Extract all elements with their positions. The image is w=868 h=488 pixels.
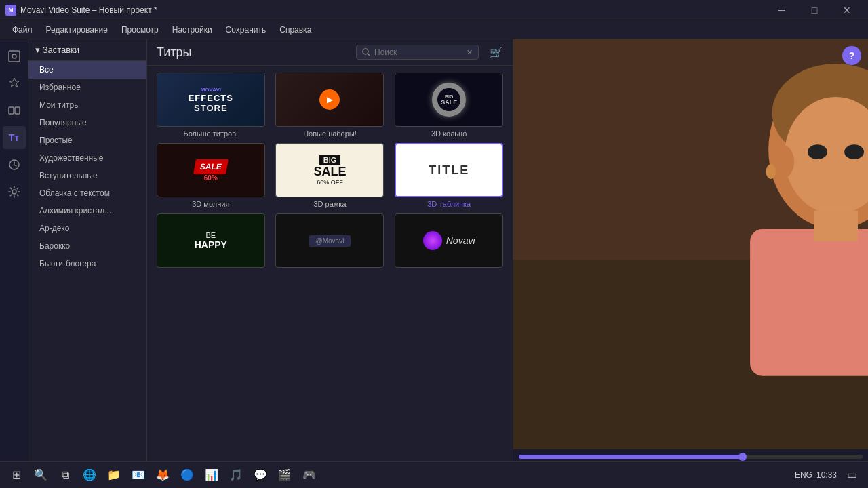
panel-item-beauty[interactable]: Бьюти-блогера [28, 255, 146, 272]
item-effects-store[interactable]: MOVAVI EFFECTS STORE Больше титров! [154, 73, 268, 138]
item-label-new-sets: Новые наборы! [303, 129, 357, 138]
panel-header: Заставки [28, 39, 146, 61]
happy-be-text: BE [205, 231, 216, 239]
progress-handle[interactable] [738, 453, 747, 461]
svg-point-1 [12, 54, 16, 58]
panel-item-all[interactable]: Все [28, 61, 146, 79]
minimize-button[interactable]: ─ [766, 0, 797, 20]
search-taskbar-button[interactable]: 🔍 [30, 464, 52, 486]
svg-rect-2 [9, 107, 14, 114]
edge-button[interactable]: 🌐 [79, 464, 100, 486]
svg-rect-3 [15, 107, 20, 114]
chrome-button[interactable]: 🔵 [176, 464, 198, 486]
icon-sidebar: Тт [0, 39, 28, 488]
svg-point-19 [766, 164, 776, 179]
sidebar-icon-tools[interactable] [3, 180, 26, 203]
sale-pct: 60% [204, 174, 218, 182]
maximize-button[interactable]: □ [799, 0, 830, 20]
panel-item-alchemy[interactable]: Алхимия кристал... [28, 202, 146, 220]
svg-point-18 [844, 144, 864, 159]
cart-icon[interactable]: 🛒 [490, 46, 503, 59]
show-desktop-button[interactable]: ▭ [841, 464, 863, 486]
sale-tag: SALE [193, 159, 229, 174]
svg-rect-14 [814, 211, 858, 241]
taskbar-lang[interactable]: ENG [795, 470, 812, 480]
search-input[interactable] [374, 47, 462, 57]
es-store: STORE [194, 103, 228, 113]
menu-view[interactable]: Просмотр [115, 22, 165, 37]
menu-help[interactable]: Справка [273, 22, 318, 37]
spotify-button[interactable]: 🎵 [225, 464, 247, 486]
mail-button[interactable]: 📧 [127, 464, 149, 486]
item-label-ring-3d: 3D кольцо [431, 129, 467, 138]
sidebar-icon-transitions[interactable] [3, 99, 26, 122]
app1-button[interactable]: 🎬 [274, 464, 296, 486]
panel-item-intro[interactable]: Вступительные [28, 167, 146, 184]
menubar: Файл Редактирование Просмотр Настройки С… [0, 20, 868, 39]
panel-item-favorites[interactable]: Избранное [28, 79, 146, 96]
panel-item-my[interactable]: Мои титры [28, 96, 146, 114]
bs-sale-label: SALE [313, 165, 346, 179]
content-title: Титры [157, 45, 191, 60]
svg-point-5 [12, 190, 16, 194]
taskbar-right: ENG 10:33 ▭ [795, 464, 863, 486]
svg-rect-13 [750, 229, 868, 376]
panel-item-bubbles[interactable]: Облачка с текстом [28, 184, 146, 202]
item-happy[interactable]: BE HAPPY [154, 214, 268, 270]
task-view-button[interactable]: ⧉ [54, 464, 76, 486]
discord-button[interactable]: 💬 [250, 464, 271, 486]
es-logo: MOVAVI [201, 87, 221, 93]
taskbar-time: 10:33 [816, 470, 837, 480]
sidebar-icon-timeline[interactable] [3, 153, 26, 176]
bs-off-label: 60% OFF [317, 179, 343, 186]
novavi-logo-icon [423, 231, 442, 250]
titlebar-controls: ─ □ ✕ [766, 0, 863, 20]
progress-bar[interactable] [519, 455, 863, 459]
novavi-text: Novavi [446, 235, 475, 246]
menu-save[interactable]: Сохранить [219, 22, 273, 37]
start-button[interactable]: ⊞ [5, 464, 27, 486]
app2-button[interactable]: 🎮 [298, 464, 320, 486]
help-badge[interactable]: ? [842, 46, 861, 65]
firefox-button[interactable]: 🦊 [152, 464, 174, 486]
item-frame-3d[interactable]: BIG SALE 60% OFF 3D рамка [273, 143, 387, 208]
item-sale-3d[interactable]: SALE 60% 3D молния [154, 143, 268, 208]
titlebar: M Movavi Video Suite – Новый проект * ─ … [0, 0, 868, 20]
titlebar-title: Movavi Video Suite – Новый проект * [20, 5, 157, 15]
menu-edit[interactable]: Редактирование [39, 22, 115, 37]
explorer-button[interactable]: 📁 [103, 464, 125, 486]
search-clear-button[interactable]: ✕ [467, 48, 473, 57]
panel-item-popular[interactable]: Популярные [28, 114, 146, 131]
content-header: Титры ✕ 🛒 [147, 39, 513, 66]
panel-item-artistic[interactable]: Художественные [28, 149, 146, 167]
app-wrapper: M Movavi Video Suite – Новый проект * ─ … [0, 0, 868, 488]
item-novavi[interactable]: Novavi [392, 214, 506, 270]
menu-settings[interactable]: Настройки [165, 22, 219, 37]
item-label-frame-3d: 3D рамка [313, 200, 346, 208]
main-area: Тт Заставки Все Избранное Мои титры Попу… [0, 39, 868, 488]
panel-item-baroque[interactable]: Барокко [28, 237, 146, 255]
close-button[interactable]: ✕ [831, 0, 863, 20]
sidebar-icon-titles[interactable]: Тт [3, 126, 26, 149]
preview-panel: ? ⏮ ⏪ ⏸ ⏩ ⏭ 00:01:37.942 [513, 39, 868, 488]
item-label-effects-store: Больше титров! [184, 129, 239, 138]
progress-fill [519, 455, 743, 459]
sidebar-icon-effects[interactable] [3, 72, 26, 95]
item-new-sets[interactable]: ▶ Новые наборы! [273, 73, 387, 138]
item-ring-3d[interactable]: BIG SALE 3D кольцо [392, 73, 506, 138]
movavi-bar-text: @Movavi [309, 235, 351, 247]
sidebar-icon-media[interactable] [3, 45, 26, 68]
menu-file[interactable]: Файл [5, 22, 39, 37]
powerpoint-button[interactable]: 📊 [201, 464, 222, 486]
video-area: ? [513, 39, 868, 449]
sidebar-panel: Заставки Все Избранное Мои титры Популяр… [28, 39, 147, 488]
taskbar: ⊞ 🔍 ⧉ 🌐 📁 📧 🦊 🔵 📊 🎵 💬 🎬 🎮 ENG 10:33 ▭ [0, 461, 868, 488]
item-movavi-brand[interactable]: @Movavi [273, 214, 387, 270]
panel-item-artdeco[interactable]: Ар-деко [28, 220, 146, 237]
svg-point-17 [808, 144, 827, 159]
search-bar: ✕ [356, 45, 479, 60]
item-title-card[interactable]: TITLE 3D-табличка [392, 143, 506, 208]
svg-rect-0 [9, 51, 20, 62]
panel-item-simple[interactable]: Простые [28, 131, 146, 149]
title-text: TITLE [429, 163, 469, 178]
